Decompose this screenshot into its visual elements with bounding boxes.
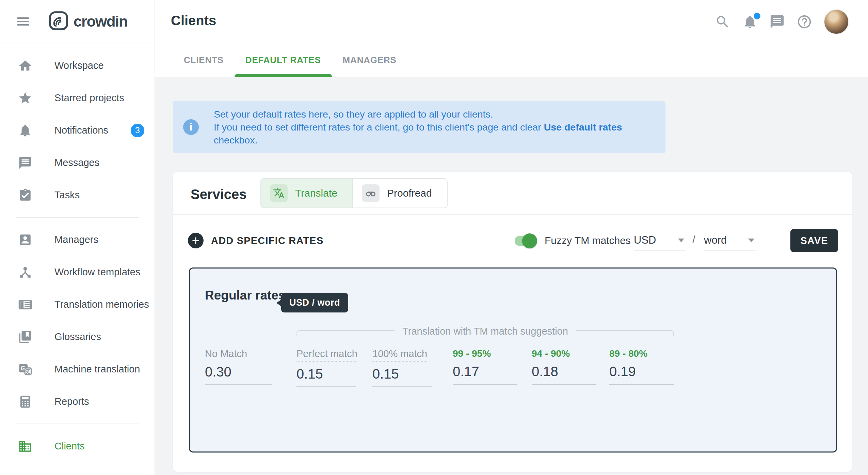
rate-label: 94 - 90% [532,348,570,359]
currency-value: USD [634,234,656,246]
tab-clients[interactable]: CLIENTS [173,43,235,77]
service-option-proofread[interactable]: Proofread [353,179,447,208]
default-rates-card: Services Translate Proofread [173,172,852,472]
rate-value-field[interactable]: 0.19 [609,364,681,379]
chevron-down-icon [748,239,754,242]
tm-match-group-label: Translation with TM match suggestion [395,326,576,337]
fuzzy-tm-toggle[interactable] [515,233,537,248]
toggle-knob [522,233,537,248]
rate-input-underline [372,386,432,387]
unit-badge: USD / word [281,293,348,312]
sidebar-item-machine-translation[interactable]: G Machine translation [0,353,155,385]
regular-rates-panel: Regular rates USD / word Translation wit… [189,267,837,453]
rate-column-99-95: 99 - 95% 0.17 [453,348,524,385]
rate-value-field[interactable]: 0.15 [372,366,444,382]
info-banner: i Set your default rates here, so they a… [173,101,665,153]
sidebar-item-notifications[interactable]: Notifications 3 [0,114,155,147]
sidebar-item-workspace[interactable]: Workspace [0,49,155,82]
sidebar-item-managers[interactable]: Managers [0,224,155,256]
sidebar-item-starred-projects[interactable]: Starred projects [0,82,155,114]
sidebar-item-messages[interactable]: Messages [0,147,155,179]
rate-input-underline [205,384,272,385]
rate-column-89-80: 89 - 80% 0.19 [609,348,681,385]
service-label: Proofread [387,187,432,199]
rate-column-no-match: No Match 0.30 [205,348,276,385]
clipboard-check-icon [18,188,33,203]
tab-managers[interactable]: MANAGERS [332,43,407,77]
bracket-line-right [576,330,674,336]
rate-label-hint[interactable]: Perfect match [296,348,357,362]
rate-value-field[interactable]: 0.30 [205,364,276,380]
rate-value-field[interactable]: 0.17 [453,364,524,379]
content: i Set your default rates here, so they a… [155,77,868,475]
book-bookmark-icon [18,330,33,344]
rate-value-field[interactable]: 0.18 [532,364,603,379]
service-switcher: Translate Proofread [260,178,448,208]
rate-input-underline [296,386,356,387]
info-icon: i [183,119,199,135]
tabs-bar: CLIENTS DEFAULT RATES MANAGERS [155,43,868,77]
rate-value-field[interactable]: 0.15 [296,366,368,382]
sidebar-item-reports[interactable]: Reports [0,385,155,418]
machine-translation-icon: G [18,362,33,377]
plus-icon [188,233,204,248]
info-line-2: If you need to set different rates for a… [214,121,655,147]
topbar: Clients [155,0,868,43]
currency-select[interactable]: USD [634,231,686,250]
sidebar-header: crowdin [0,0,155,43]
regular-rates-title: Regular rates [205,288,286,303]
tm-card-icon [18,297,33,312]
hamburger-menu-icon[interactable] [17,15,29,28]
info-line-1: Set your default rates here, so they are… [214,108,655,121]
notifications-icon[interactable] [742,14,758,30]
info-banner-text: Set your default rates here, so they are… [214,108,655,147]
translate-icon [270,184,288,202]
rate-column-perfect-match: Perfect match 0.15 [296,348,368,387]
sidebar-item-translation-memories[interactable]: Translation memories [0,288,155,321]
person-icon [18,232,33,247]
rate-input-underline [453,384,517,385]
chat-icon [18,155,33,170]
sidebar: crowdin Workspace Starred projects Notif… [0,0,155,475]
add-specific-rates-button[interactable]: ADD SPECIFIC RATES [188,233,323,248]
save-button[interactable]: SAVE [790,229,838,252]
fuzzy-tm-label: Fuzzy TM matches [545,233,631,248]
messages-icon[interactable] [769,14,785,30]
crowdin-logo[interactable]: crowdin [48,11,127,32]
rate-column-100-match: 100% match 0.15 [372,348,444,387]
help-icon[interactable] [797,14,812,30]
unit-select[interactable]: word [704,231,756,250]
service-label: Translate [295,187,337,199]
sidebar-item-tasks[interactable]: Tasks [0,179,155,211]
rate-column-94-90: 94 - 90% 0.18 [532,348,603,385]
workflow-icon [18,265,33,280]
app-window: crowdin Workspace Starred projects Notif… [0,0,868,475]
service-option-translate[interactable]: Translate [261,179,353,208]
sidebar-item-glossaries[interactable]: Glossaries [0,321,155,353]
star-icon [18,91,33,106]
avatar[interactable] [824,9,849,34]
sidebar-item-clients[interactable]: Clients [0,430,155,462]
notifications-count-badge: 3 [131,124,144,137]
sidebar-nav: Workspace Starred projects Notifications… [0,43,155,462]
crowdin-logo-mark-icon [48,11,69,32]
sidebar-item-workflow-templates[interactable]: Workflow templates [0,256,155,288]
services-heading: Services [191,187,247,202]
rate-input-underline [609,384,674,385]
tab-default-rates[interactable]: DEFAULT RATES [235,43,332,77]
calculator-icon [18,394,33,409]
search-icon[interactable] [715,14,730,30]
use-default-rates-emphasis: Use default rates [544,122,622,133]
card-divider [173,214,852,215]
main-area: Clients CLIENTS DEFAULT RATES MANAGERS [155,0,868,475]
rate-label-hint[interactable]: 100% match [372,348,427,362]
bracket-line-left [296,330,395,336]
brand-name: crowdin [74,13,127,30]
sidebar-divider [16,424,139,424]
building-icon [18,439,33,454]
chevron-down-icon [678,239,684,242]
rate-label: 89 - 80% [609,348,647,359]
rate-input-underline [532,384,596,385]
sidebar-divider [16,217,139,218]
page-title: Clients [171,13,216,28]
